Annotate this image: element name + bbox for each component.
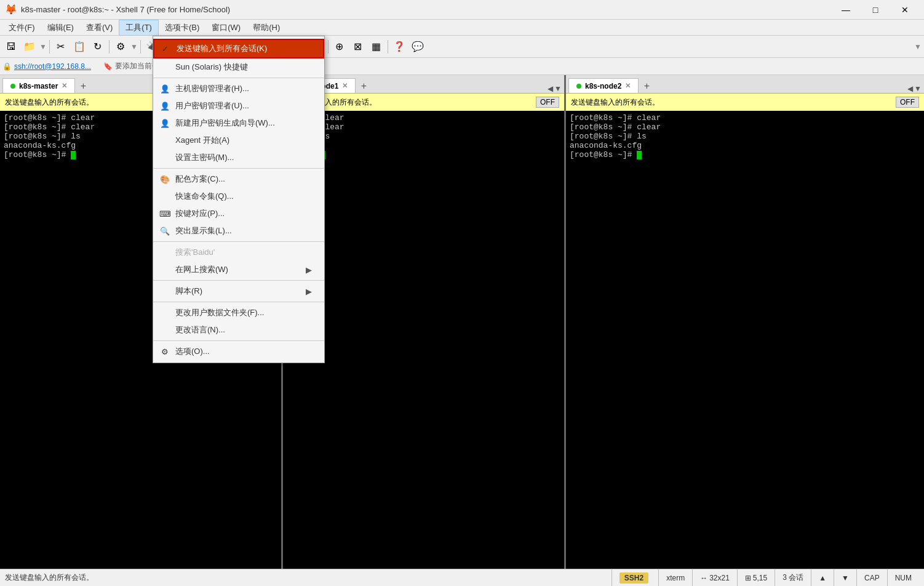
tab-add-button[interactable]: + [76,79,90,93]
search-web-label: 在网上搜索(W) [175,264,228,275]
toolbar-settings[interactable]: ⚙ [112,38,129,55]
right-tabs-row: k8s-node2 ✕ + ◀ ▼ [566,75,924,94]
menu-tools[interactable]: 工具(T) [119,20,159,36]
separator-4 [153,280,324,281]
menu-bar: 文件(F) 编辑(E) 查看(V) 工具(T) 选项卡(B) 窗口(W) 帮助(… [0,20,924,36]
menu-color-scheme[interactable]: 🎨 配色方案(C)... [153,171,324,188]
menu-window[interactable]: 窗口(W) [205,20,247,35]
tab-close-right[interactable]: ✕ [625,82,631,90]
terminal-line: [root@k8s ~]# clear [570,113,920,122]
menu-new-key-wizard[interactable]: 👤 新建用户密钥生成向导(W)... [153,114,324,132]
tab-next-middle[interactable]: ▼ [554,84,562,93]
terminal-line: [root@k8s ~]# clear [570,122,920,132]
menu-sun-solaris[interactable]: Sun (Solaris) 快捷键 [153,58,324,76]
toolbar-zoom[interactable]: ⊕ [331,38,348,55]
terminal-line: [root@k8s ~]# [570,150,920,159]
ssh2-badge: SSH2 [619,572,648,584]
sun-solaris-label: Sun (Solaris) 快捷键 [175,62,248,73]
middle-tab-nav: ◀ ▼ [548,84,562,93]
tab-prev-right[interactable]: ◀ [907,84,913,93]
tab-label: k8s-master [19,82,58,90]
menu-change-language[interactable]: 更改语言(N)... [153,321,324,339]
menu-change-user-data[interactable]: 更改用户数据文件夹(F)... [153,304,324,321]
separator-2 [153,168,324,169]
toolbar-help[interactable]: ❓ [391,38,408,55]
minimize-button[interactable]: — [832,0,860,20]
ssh-link[interactable]: ssh://root@192.168.8... [14,62,91,71]
menu-view[interactable]: 查看(V) [80,20,119,35]
toolbar-open[interactable]: 📁 [21,38,38,55]
window-controls: — □ ✕ [832,0,919,20]
menu-file[interactable]: 文件(F) [2,20,41,35]
cursor-icon: ⊞ [745,574,751,582]
menu-master-pwd[interactable]: 设置主密码(M)... [153,149,324,166]
keyboard-icon: ⌨ [159,208,170,219]
middle-tabs-row: k8s-node1 ✕ + ◀ ▼ [283,75,564,94]
toolbar-chat[interactable]: 💬 [409,38,426,55]
status-num: NUM [887,569,919,586]
toolbar-tiling[interactable]: ⊠ [349,38,367,55]
tab-label-right: k8s-node2 [585,82,621,90]
xagent-label: Xagent 开始(A) [175,135,229,146]
status-up-arrow[interactable]: ▲ [811,569,834,586]
options-label: 选项(O)... [175,346,210,357]
menu-send-all[interactable]: ✓ 发送键输入到所有会话(K) [153,39,324,58]
tab-add-middle[interactable]: + [357,79,370,93]
tab-dot-right [576,84,581,89]
tab-k8s-node2[interactable]: k8s-node2 ✕ [568,78,639,93]
toolbar-refresh[interactable]: ↻ [89,38,106,55]
host-key-icon: 👤 [159,83,170,94]
change-user-data-label: 更改用户数据文件夹(F)... [175,307,264,318]
right-off-button[interactable]: OFF [896,97,919,108]
menu-quick-cmd[interactable]: 快速命令集(Q)... [153,188,324,205]
title-bar: 🦊 k8s-master - root@k8s:~ - Xshell 7 (Fr… [0,0,924,20]
toolbar-copy[interactable]: ✂ [52,38,70,55]
lock-icon: 🔒 [2,62,12,71]
menu-options[interactable]: ⚙ 选项(O)... [153,343,324,360]
terminal-line: a-ks.cfg [287,141,560,150]
script-arrow: ▶ [306,287,312,296]
menu-edit[interactable]: 编辑(E) [41,20,80,35]
user-key-label: 用户密钥管理者(U)... [175,100,249,111]
menu-key-mapping[interactable]: ⌨ 按键对应(P)... [153,205,324,222]
close-button[interactable]: ✕ [891,0,919,20]
menu-search-baidu: 搜索'Baidu' [153,244,324,261]
app-icon: 🦊 [5,4,17,15]
menu-search-web[interactable]: 在网上搜索(W) ▶ [153,261,324,278]
status-sessions: 3 会话 [775,569,811,586]
tab-next-right[interactable]: ▼ [914,84,922,93]
middle-off-button[interactable]: OFF [536,97,559,108]
tab-close-icon[interactable]: ✕ [62,82,67,90]
new-key-label: 新建用户密钥生成向导(W)... [175,118,275,129]
separator-5 [153,302,324,302]
menu-xagent[interactable]: Xagent 开始(A) [153,132,324,149]
status-message: 发送键盘输入的所有会话。 [5,572,611,583]
tab-dot [10,84,15,89]
middle-terminal-content[interactable]: 8s ~]# clear 8s ~]# clear 8s ~]# ls a-ks… [283,111,564,569]
app-title: k8s-master - root@k8s:~ - Xshell 7 (Free… [21,5,832,14]
maximize-button[interactable]: □ [861,0,890,20]
menu-user-key[interactable]: 👤 用户密钥管理者(U)... [153,97,324,114]
tab-add-right[interactable]: + [640,79,653,93]
menu-tab[interactable]: 选项卡(B) [159,20,205,35]
user-key-icon: 👤 [159,100,170,111]
cursor-value: 5,15 [753,574,767,582]
tab-close-middle[interactable]: ✕ [342,82,348,90]
tab-prev-middle[interactable]: ◀ [548,84,553,93]
menu-script[interactable]: 脚本(R) ▶ [153,283,324,300]
toolbar-more[interactable]: ▦ [368,38,385,55]
tools-dropdown-menu: ✓ 发送键输入到所有会话(K) Sun (Solaris) 快捷键 👤 主机密钥… [153,36,325,363]
right-terminal-content[interactable]: [root@k8s ~]# clear [root@k8s ~]# clear … [566,111,924,569]
quick-cmd-label: 快速命令集(Q)... [175,191,234,202]
size-value: 32x21 [709,574,730,582]
terminal-line: anaconda-ks.cfg [570,141,920,150]
toolbar-new[interactable]: 🖫 [2,38,20,55]
toolbar-paste[interactable]: 📋 [71,38,88,55]
terminal-line: 8s ~]# clear [287,113,560,122]
menu-highlight[interactable]: 🔍 突出显示集(L)... [153,222,324,239]
new-key-icon: 👤 [159,118,170,129]
tab-k8s-master[interactable]: k8s-master ✕ [2,78,75,93]
menu-host-key[interactable]: 👤 主机密钥管理者(H)... [153,80,324,97]
menu-help[interactable]: 帮助(H) [247,20,286,35]
status-down-arrow[interactable]: ▼ [834,569,856,586]
